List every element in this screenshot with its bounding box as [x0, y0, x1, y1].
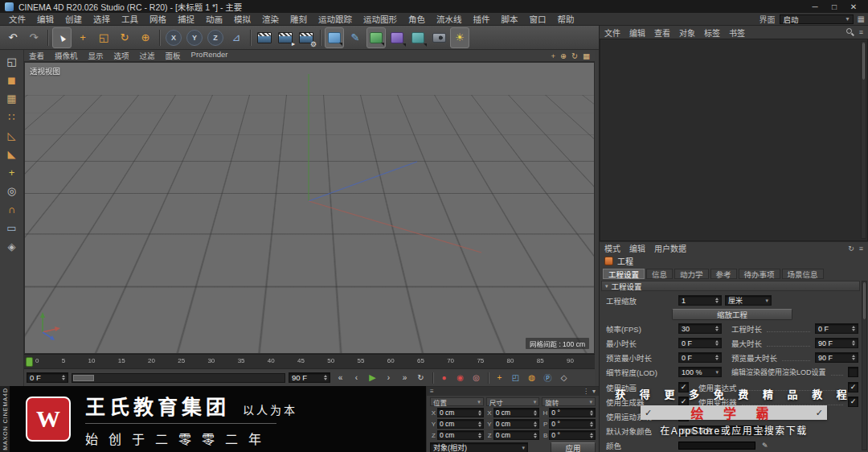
coord-column-select[interactable]: 尺寸 ▾ [486, 397, 540, 406]
coordinate-field[interactable]: 0 cm [437, 408, 484, 417]
coordinate-field[interactable]: 0 cm [437, 430, 484, 440]
object-manager-menu-item[interactable]: 标签 [704, 27, 720, 39]
toolbar-icon[interactable] [157, 27, 162, 48]
goto-end-button[interactable]: » [398, 372, 411, 384]
live-selection-tool[interactable]: ▲ [52, 27, 72, 48]
render-picture-viewer-button[interactable] [276, 27, 295, 48]
make-editable-icon[interactable]: ◱ [6, 56, 16, 67]
panel-menu-icon[interactable]: ≡ [859, 244, 863, 253]
rotate-view-icon[interactable]: ↻ [571, 51, 578, 60]
value-field[interactable]: 30 [678, 323, 722, 334]
value-field[interactable]: 90 F [815, 352, 858, 363]
menubar-item[interactable]: 帮助 [552, 13, 580, 25]
texture-mode-icon[interactable]: ▦ [6, 93, 16, 104]
stepper-icon[interactable] [715, 340, 719, 346]
value-field[interactable]: 90 F [815, 338, 858, 348]
toolbar-icon[interactable] [317, 27, 323, 48]
menubar-item[interactable]: 插件 [468, 13, 496, 25]
object-list[interactable] [600, 39, 868, 241]
stepper-icon[interactable] [715, 326, 719, 331]
value-field[interactable]: 0 F [678, 352, 722, 363]
loop-button[interactable]: ↻ [414, 372, 428, 384]
close-button[interactable]: ✕ [844, 2, 863, 11]
scale-unit-select[interactable]: 厘米 ▾ [725, 295, 772, 306]
record-keyframe-button[interactable]: ● [437, 372, 451, 384]
stepper-icon[interactable] [62, 375, 65, 380]
viewport-menu-item[interactable]: 摄像机 [55, 50, 78, 61]
search-icon[interactable] [846, 28, 854, 36]
toolbar-icon[interactable] [45, 27, 51, 48]
move-tool[interactable]: + [73, 27, 92, 48]
attribute-manager-menu-item[interactable]: 模式 [604, 242, 620, 254]
attribute-tab[interactable]: 场景信息 [782, 269, 824, 279]
menubar-item[interactable]: 脚本 [496, 13, 524, 25]
layout-palette-icon[interactable]: ▦ [858, 14, 865, 23]
stepper-icon[interactable] [852, 340, 855, 346]
end-frame-field[interactable]: 90 F [289, 372, 330, 383]
timeline-ruler[interactable]: 051015202530354045505560657075808590 [24, 354, 595, 368]
light-button[interactable]: ☀ [450, 27, 469, 48]
play-button[interactable]: ▶ [366, 372, 379, 384]
menubar-item[interactable]: 动画 [200, 13, 228, 25]
scrollbar-thumb[interactable] [862, 43, 865, 80]
menubar-item[interactable]: 模拟 [228, 13, 256, 25]
key-scale-button[interactable]: ◰ [509, 372, 522, 384]
maximize-button[interactable]: □ [825, 2, 844, 11]
layout-select[interactable]: 启动 ▾ [780, 14, 854, 24]
coordinate-field[interactable]: 0 ° [549, 419, 596, 429]
attribute-manager-menu-item[interactable]: 编辑 [629, 242, 645, 254]
object-manager-menu-item[interactable]: 编辑 [629, 27, 645, 39]
coordinate-field[interactable]: 0 cm [493, 408, 540, 417]
timeline-slider-handle[interactable] [73, 375, 94, 381]
attribute-tab[interactable]: 信息 [646, 269, 673, 279]
coordinate-mode-select[interactable]: 对象(相对) ▾ [430, 442, 528, 452]
panel-menu-icon[interactable]: ≡ [430, 388, 434, 395]
coord-column-select[interactable]: 位置 ▾ [430, 397, 484, 406]
stepper-icon[interactable] [852, 326, 855, 331]
coordinate-field[interactable]: 0 cm [437, 419, 484, 429]
attribute-manager-menu-item[interactable]: 用户数据 [654, 242, 686, 254]
model-mode-icon[interactable]: ◼ [7, 75, 16, 85]
menubar-item[interactable]: 工具 [116, 13, 144, 25]
viewport-menu-item[interactable]: 过滤 [140, 50, 155, 61]
rotate-tool[interactable]: ↻ [115, 27, 134, 48]
solo-mode-icon[interactable]: ◎ [7, 186, 16, 196]
recent-tool-button[interactable]: ⊕ [136, 27, 155, 48]
stepper-icon[interactable] [534, 421, 537, 427]
undo-icon[interactable]: ↶ [3, 27, 23, 48]
enable-axis-icon[interactable]: + [9, 167, 15, 178]
pan-view-icon[interactable]: + [551, 51, 556, 60]
viewport-canvas[interactable]: 透视视图 网格间距 : 100 cm [24, 62, 595, 354]
menubar-item[interactable]: 创建 [59, 13, 88, 25]
coordinate-field[interactable]: 0 cm [493, 419, 540, 429]
menubar-item[interactable]: 文件 [3, 13, 31, 25]
menubar-item[interactable]: 角色 [403, 13, 431, 25]
checkbox[interactable]: ✓ [678, 411, 689, 421]
project-scale-field[interactable]: 1 [678, 295, 722, 306]
lod-select[interactable]: 100 % ▾ [678, 367, 722, 377]
polygon-mode-icon[interactable]: ◣ [8, 149, 16, 159]
enable-snap-icon[interactable]: ∩ [8, 204, 15, 215]
keyframe-presets-button[interactable]: ◎ [469, 372, 483, 384]
viewport-menu-item[interactable]: 显示 [88, 50, 104, 61]
toolbar-icon[interactable] [248, 27, 253, 48]
lod-checkbox[interactable] [848, 367, 858, 377]
add-cube-button[interactable] [325, 27, 344, 48]
current-frame-field[interactable]: 0 F [27, 372, 68, 383]
coord-system-button[interactable]: ⊿ [227, 27, 246, 48]
x-axis-lock[interactable]: X [166, 30, 182, 46]
environment-button[interactable] [408, 27, 428, 48]
value-field[interactable]: 0 F [815, 323, 858, 334]
stepper-icon[interactable] [590, 433, 593, 438]
toggle-view-icon[interactable]: ▦ [583, 51, 590, 60]
menubar-item[interactable]: 网格 [144, 13, 172, 25]
prev-frame-button[interactable]: ‹ [350, 372, 363, 384]
scrollbar[interactable] [862, 281, 867, 450]
render-settings-button[interactable] [297, 27, 316, 48]
section-header[interactable]: ▾ 工程设置 [601, 281, 860, 291]
object-manager-menu-item[interactable]: 查看 [654, 27, 670, 39]
object-manager-menu-item[interactable]: 对象 [679, 27, 695, 39]
key-pla-button[interactable]: ◇ [557, 372, 571, 384]
attribute-tab[interactable]: 待办事项 [739, 269, 780, 279]
y-axis-lock[interactable]: Y [186, 30, 203, 46]
